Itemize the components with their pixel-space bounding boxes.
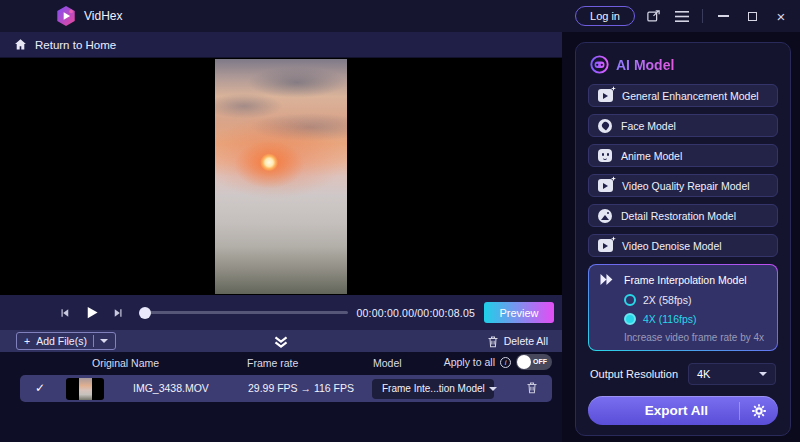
ai-robot-icon — [590, 55, 609, 74]
seek-bar[interactable] — [140, 306, 348, 320]
option-2x-radio[interactable]: 2X (58fps) — [624, 294, 767, 306]
row-checkmark-icon[interactable]: ✓ — [35, 381, 45, 395]
feedback-edit-icon[interactable] — [642, 5, 664, 27]
add-files-button[interactable]: + Add File(s) — [16, 332, 116, 350]
denoise-video-icon — [598, 239, 613, 252]
login-button[interactable]: Log in — [575, 6, 635, 26]
delete-all-label: Delete All — [504, 335, 548, 347]
model-button-anime[interactable]: Anime Model — [588, 144, 778, 167]
model-button-quality-repair[interactable]: Video Quality Repair Model — [588, 174, 778, 197]
export-all-button[interactable]: Export All — [588, 396, 778, 425]
ai-panel: AI Model General Enhancement Model Face … — [562, 32, 800, 442]
home-icon — [14, 38, 27, 51]
chevron-down-icon — [489, 387, 497, 391]
radio-unselected-icon[interactable] — [624, 294, 636, 306]
main-area: Return to Home 00:00:00.00/00:00:08.05 P… — [0, 32, 562, 442]
model-button-detail-restoration[interactable]: Detail Restoration Model — [588, 204, 778, 227]
frame-interpolation-icon — [599, 273, 615, 286]
titlebar: VidHex Log in × — [0, 0, 800, 32]
model-panel-frame-interpolation[interactable]: Frame Interpolation Model 2X (58fps) 4X … — [588, 264, 778, 351]
output-resolution-label: Output Resolution — [590, 368, 678, 380]
seek-track[interactable] — [140, 311, 348, 314]
next-frame-icon[interactable] — [109, 304, 127, 322]
player-controls: 00:00:00.00/00:00:08.05 Preview — [0, 295, 562, 330]
seek-handle[interactable] — [139, 307, 151, 319]
model-button-video-denoise[interactable]: Video Denoise Model — [588, 234, 778, 257]
frame-rate-value: 29.99 FPS → 116 FPS — [248, 382, 354, 394]
row-model-dropdown[interactable]: Frame Inte...tion Model — [372, 379, 494, 399]
time-display: 00:00:00.00/00:00:08.05 — [357, 307, 475, 319]
row-delete-button[interactable] — [526, 381, 538, 394]
file-toolbar: + Add File(s) Delete All — [0, 330, 562, 352]
maximize-icon[interactable] — [741, 5, 763, 27]
table-header: Original Name Frame rate Model Apply to … — [0, 352, 562, 373]
chevron-down-icon[interactable] — [100, 339, 108, 343]
output-resolution-dropdown[interactable]: 4K — [688, 363, 776, 385]
info-icon[interactable]: i — [500, 357, 511, 368]
table-row[interactable]: ✓ IMG_3438.MOV 29.99 FPS → 116 FPS Frame… — [20, 375, 552, 402]
trash-icon — [487, 335, 499, 348]
app-title: VidHex — [84, 9, 122, 23]
file-name: IMG_3438.MOV — [133, 382, 209, 394]
chevron-down-icon — [759, 372, 767, 376]
photo-restore-icon — [598, 209, 612, 223]
delete-all-button[interactable]: Delete All — [487, 332, 548, 350]
model-button-face[interactable]: Face Model — [588, 114, 778, 137]
plus-icon: + — [24, 335, 30, 347]
col-frame-rate: Frame rate — [247, 357, 298, 369]
apply-to-all-toggle[interactable]: OFF — [516, 354, 552, 370]
selected-model-label: Frame Interpolation Model — [624, 274, 747, 286]
apply-to-all-label: Apply to all — [444, 356, 495, 368]
return-home-label: Return to Home — [35, 39, 116, 51]
video-preview[interactable] — [215, 59, 347, 294]
gear-icon[interactable] — [740, 403, 778, 419]
video-stage — [0, 58, 562, 295]
preview-button[interactable]: Preview — [484, 302, 554, 323]
vidhex-window: VidHex Log in × Return to — [0, 0, 800, 442]
video-thumbnail — [66, 378, 104, 400]
ai-model-card: AI Model General Enhancement Model Face … — [575, 42, 791, 436]
play-icon[interactable] — [82, 304, 100, 322]
col-original-name: Original Name — [92, 357, 159, 369]
file-table: Original Name Frame rate Model Apply to … — [0, 352, 562, 442]
ai-panel-title: AI Model — [616, 57, 674, 73]
option-4x-radio[interactable]: 4X (116fps) — [624, 313, 767, 325]
vidhex-logo-icon — [55, 5, 77, 27]
close-icon[interactable]: × — [770, 5, 792, 27]
face-icon — [598, 119, 612, 133]
resolution-value: 4K — [697, 368, 710, 380]
repair-video-icon — [598, 179, 613, 192]
previous-frame-icon[interactable] — [55, 304, 73, 322]
anime-face-icon — [598, 149, 612, 162]
model-button-general-enhancement[interactable]: General Enhancement Model — [588, 84, 778, 107]
model-description: Increase video frame rate by 4x — [624, 332, 767, 343]
col-model: Model — [373, 357, 402, 369]
add-files-label: Add File(s) — [36, 335, 87, 347]
trash-icon — [526, 381, 538, 394]
toggle-state: OFF — [533, 358, 547, 365]
radio-selected-icon[interactable] — [624, 313, 636, 325]
return-to-home[interactable]: Return to Home — [0, 32, 562, 58]
hamburger-menu-icon[interactable] — [671, 5, 693, 27]
double-chevron-down-icon[interactable] — [274, 334, 289, 352]
enhance-video-icon — [598, 89, 613, 102]
titlebar-divider — [702, 9, 703, 23]
minimize-icon[interactable] — [712, 5, 734, 27]
